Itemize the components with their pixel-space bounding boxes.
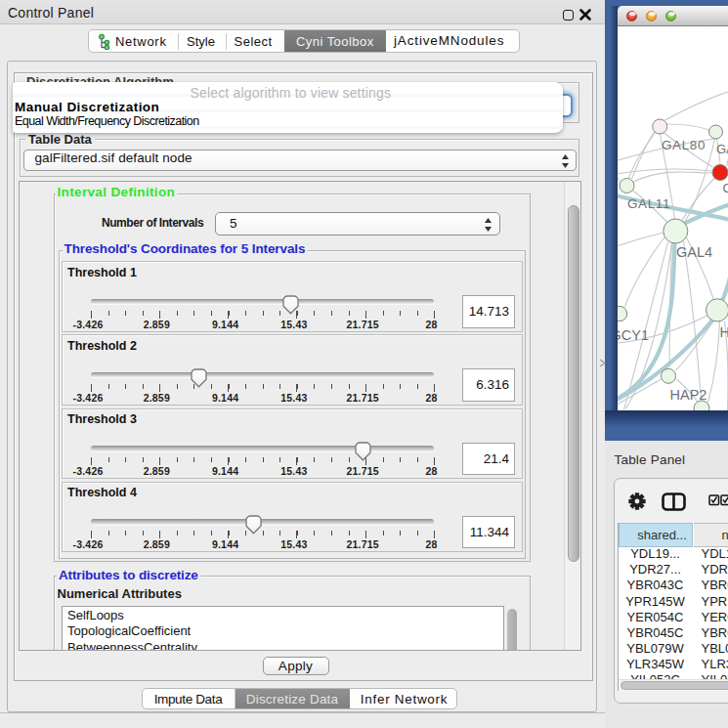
svg-text:GAL80: GAL80 — [662, 138, 706, 152]
svg-text:GCY1: GCY1 — [618, 327, 649, 343]
svg-text:HA: HA — [719, 324, 728, 340]
svg-text:CA: CA — [722, 181, 728, 195]
svg-text:HAP2: HAP2 — [669, 387, 707, 403]
svg-text:GAL: GAL — [716, 142, 728, 156]
svg-text:GAL11: GAL11 — [627, 196, 670, 211]
svg-text:GAL4: GAL4 — [676, 244, 712, 260]
